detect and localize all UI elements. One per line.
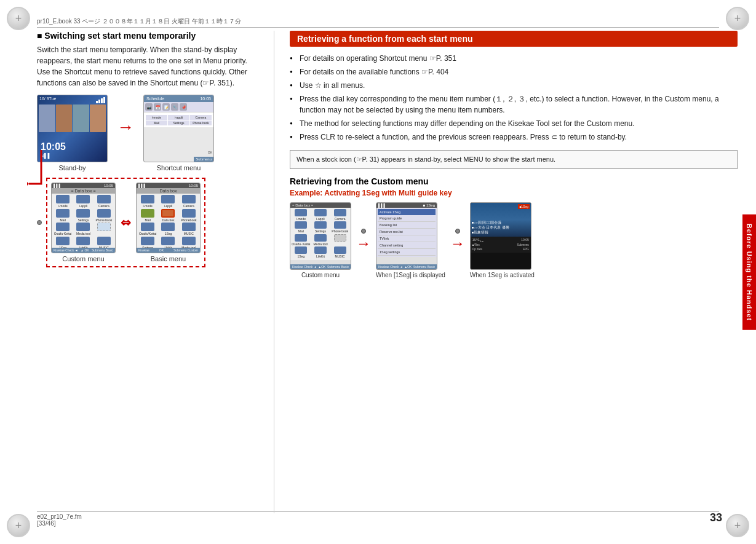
- corner-decoration-tl: [3, 3, 34, 34]
- footer-left: e02_pr10_7e.fm [33/46]: [37, 513, 82, 527]
- 1seg-displayed-label: When [1Seg] is displayed: [376, 272, 445, 278]
- basic-cell-phonebook: Phonebook: [179, 209, 199, 223]
- sched-icon-3: 📝: [162, 103, 170, 111]
- basic-cell-iappli: i-appli: [158, 195, 178, 208]
- bullet-4: Press the dial key corresponding to the …: [290, 93, 738, 116]
- basic-grid: i-mode i-appli Camera: [137, 194, 200, 251]
- grid-cell-mail: Mail: [53, 209, 73, 223]
- basic-cell-databox: Data box: [158, 209, 178, 223]
- bullet-3: Use ☆ in all menus.: [290, 80, 738, 91]
- bullet-5: The method for selecting functions may d…: [290, 118, 738, 129]
- custom-menu-screen: ▌▌▌10:05 = Data box = i-mode i-: [51, 183, 116, 253]
- dashed-box: ▌▌▌10:05 = Data box = i-mode i-: [46, 178, 205, 267]
- header-text: pr10_E.book 33 ページ ２００８年１１月１８日 火曜日 午前１１時…: [37, 17, 241, 26]
- bullet-1: For details on operating Shortcut menu ☞…: [290, 53, 738, 64]
- basic-menu-container: ▌▌▌10:05 Data box i-mode i-appl: [136, 183, 201, 262]
- corner-decoration-br: [722, 510, 753, 541]
- custom-screen-label: Custom menu: [51, 255, 116, 262]
- standby-screen: 16/ 9Tue 10:05 N▌▌: [37, 95, 108, 162]
- basic-cell-camera: Camera: [179, 195, 199, 208]
- shortcut-label: Shortcut menu: [143, 164, 214, 171]
- bullet-2: For details on the available functions ☞…: [290, 66, 738, 77]
- cph-osaifu: Osaifu- Keitai: [292, 234, 311, 246]
- shortcut-screen: Schedule 10:05 📷 📅 📝 🔧 📌 i-mode i-appli …: [143, 95, 214, 162]
- custom-bottom-bar: Kisekae Check ◄▲ OKSubmenu Basic: [52, 248, 115, 253]
- basic-cell-music: MUSIC: [179, 223, 199, 236]
- basic-menu-screen: ▌▌▌10:05 Data box i-mode i-appl: [136, 183, 201, 253]
- custom-phone-screen: = Data box = i-mode i-appli: [290, 202, 351, 270]
- custom-ph-top: = Data box =: [290, 203, 351, 208]
- 1seg-displayed-container: ▌▌▌■ 1Seg Activate 1Seg Program guide Bo…: [376, 202, 445, 278]
- custom-menu-container: ▌▌▌10:05 = Data box = i-mode i-: [51, 183, 116, 262]
- custom-title-bar: = Data box =: [52, 188, 115, 194]
- cph-lifekit: LifeKit: [311, 246, 330, 259]
- sched-icon-2: 📅: [154, 103, 161, 111]
- basic-cell-osaifu: Osaifu/Keitai: [138, 223, 157, 236]
- custom-grid: i-mode i-appli Camera: [52, 194, 115, 251]
- side-tab: Before Using the Handset: [742, 214, 756, 329]
- svg-marker-0: [27, 182, 29, 186]
- phone-screenshots-row: 16/ 9Tue 10:05 N▌▌: [37, 95, 258, 171]
- schedule-top-bar: Schedule 10:05: [144, 95, 213, 102]
- custom-ph-grid: i-mode i-appli Camera Mail: [290, 208, 351, 260]
- page-number: 33: [710, 511, 722, 524]
- submenu-bar: Submenu: [194, 157, 213, 162]
- example-title: Example: Activating 1Seg with Multi guid…: [290, 189, 738, 197]
- basic-cell-mail: Mail: [138, 209, 157, 223]
- header-line: pr10_E.book 33 ページ ２００８年１１月１８日 火曜日 午前１１時…: [37, 17, 719, 28]
- cph-media: Media tool: [311, 234, 330, 246]
- cph-empty: [330, 234, 349, 246]
- right-column: Retrieving a function from each start me…: [290, 31, 738, 513]
- custom-basic-section: ▌▌▌10:05 = Data box = i-mode i-: [37, 178, 258, 267]
- nav-dots-left: [37, 220, 42, 225]
- custom-screenshots: = Data box = i-mode i-appli: [290, 202, 738, 278]
- grid-cell-blank: [94, 223, 114, 236]
- cph-camera: Camera: [330, 209, 349, 221]
- custom-basic-row: ▌▌▌10:05 = Data box = i-mode i-: [37, 178, 258, 267]
- main-content: Switching set start menu temporarily Swi…: [37, 31, 738, 513]
- arrows-lr-icon: ⇔: [121, 215, 131, 230]
- basic-top-bar: ▌▌▌10:05: [137, 183, 200, 188]
- cph-music: MUSIC: [330, 246, 349, 259]
- cph-phone: Phone book: [330, 221, 349, 234]
- basic-screen-label: Basic menu: [136, 255, 201, 262]
- grid-cell-camera: Camera: [94, 195, 114, 208]
- 1seg-list: Activate 1Seg Program guide Booking list…: [376, 208, 437, 257]
- 1seg-activated-container: ■1Seg ■○○回 回□□国会議■○○大会 日本代表 優勝■気象情報 16/ …: [470, 202, 535, 278]
- cph-1seg: 1Seg: [292, 246, 311, 259]
- grid-cell-settings: Settings: [73, 209, 93, 223]
- tv-text: ■○○回 回□□国会議■○○大会 日本代表 優勝■気象情報: [472, 221, 509, 235]
- grid-cell-iappli: i-appli: [73, 195, 93, 208]
- custom-phone-label: Custom menu: [290, 272, 351, 278]
- bullet-list: For details on operating Shortcut menu ☞…: [290, 53, 738, 143]
- grid-cell-imode: i-mode: [53, 195, 73, 208]
- standby-label: Stand-by: [37, 164, 108, 171]
- sched-icon-5: 📌: [180, 103, 187, 111]
- custom-top-bar: ▌▌▌10:05: [52, 183, 115, 188]
- tv-screen: ■1Seg ■○○回 回□□国会議■○○大会 日本代表 優勝■気象情報: [471, 203, 531, 237]
- arrow-indicator: [26, 147, 44, 192]
- nav-arrow-2: →: [450, 229, 465, 252]
- nav-arrow-1: →: [356, 229, 371, 252]
- arrow-red-2: →: [450, 235, 465, 252]
- shortcut-screen-container: Schedule 10:05 📷 📅 📝 🔧 📌 i-mode i-appli …: [143, 95, 214, 171]
- 1seg-displayed-screen: ▌▌▌■ 1Seg Activate 1Seg Program guide Bo…: [376, 202, 437, 270]
- 1seg-top: ▌▌▌■ 1Seg: [376, 203, 437, 208]
- sched-icon-1: 📷: [145, 103, 153, 111]
- left-column: Switching set start menu temporarily Swi…: [37, 31, 258, 513]
- basic-cell-1seg: 1Seg: [158, 223, 178, 236]
- footer-line: e02_pr10_7e.fm [33/46]: [37, 511, 719, 527]
- grid-cell-osaifu: Osaifu-Keitai: [53, 223, 73, 236]
- left-section-title: Switching set start menu temporarily: [37, 31, 258, 41]
- grid-cell-phone: Phone book: [94, 209, 114, 223]
- 1seg-activated-label: When 1Seg is activated: [470, 272, 535, 278]
- grid-cell-media: Media tool: [73, 223, 93, 236]
- 1seg-activated-screen: ■1Seg ■○○回 回□□国会議■○○大会 日本代表 優勝■気象情報 16/ …: [470, 202, 531, 270]
- retrieve-header: Retrieving a function from each start me…: [290, 31, 738, 47]
- custom-section-title: Retrieving from the Custom menu: [290, 176, 738, 186]
- left-body-text: Switch the start menu temporarily. When …: [37, 44, 258, 89]
- cph-mail: Mail: [292, 221, 311, 234]
- bullet-6: Press CLR to re-select a function, and t…: [290, 132, 738, 143]
- standby-time: 10:05: [41, 141, 66, 152]
- note-box: When a stock icon (☞P. 31) appears in st…: [290, 150, 738, 169]
